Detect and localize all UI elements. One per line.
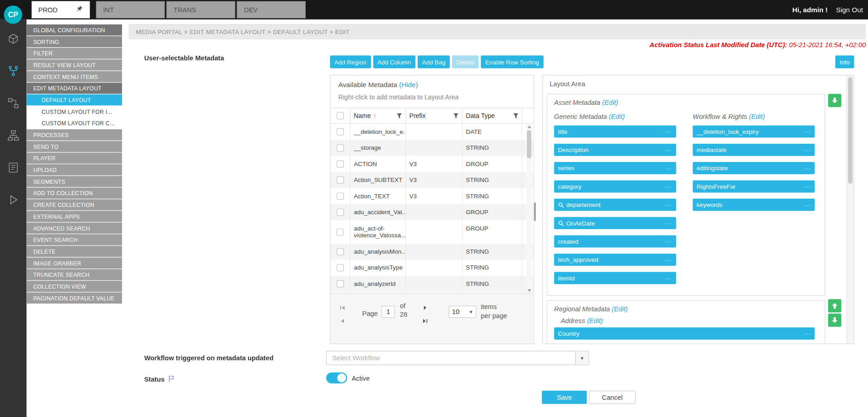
- chip-menu-handle[interactable]: ...: [804, 128, 811, 134]
- column-header-prefix[interactable]: Prefix: [406, 108, 463, 123]
- metadata-chip[interactable]: mediastate...: [693, 144, 815, 156]
- enable-row-sorting-button[interactable]: Enable Row Sorting: [481, 55, 543, 68]
- catalog-icon[interactable]: [6, 160, 20, 175]
- status-toggle[interactable]: [326, 373, 347, 383]
- table-row[interactable]: Action_SUBTEXT V3 STRING: [331, 172, 534, 188]
- metadata-chip[interactable]: __deletion_lock_expiry...: [693, 125, 815, 137]
- save-button[interactable]: Save: [542, 391, 587, 404]
- sidebar-item-create-collection[interactable]: CREATE COLLECTION: [27, 199, 122, 210]
- table-row[interactable]: adu_analysisMon... STRING: [331, 244, 534, 260]
- chip-menu-handle[interactable]: ...: [804, 202, 811, 208]
- metadata-chip[interactable]: departement...: [554, 199, 676, 211]
- chevron-down-icon[interactable]: ▼: [575, 351, 588, 364]
- metadata-chip[interactable]: tech_approved...: [554, 254, 676, 266]
- table-scrollbar[interactable]: [527, 124, 532, 293]
- sidebar-item-external-apps[interactable]: EXTERNAL APPS: [27, 211, 122, 222]
- sidebar-item-context-menu-items[interactable]: CONTEXT MENU ITEMS: [27, 71, 122, 82]
- row-checkbox[interactable]: [336, 144, 344, 152]
- metadata-chip[interactable]: Country...: [554, 328, 815, 340]
- sidebar-item-custom-layout-c[interactable]: CUSTOM LAYOUT FOR C...: [27, 118, 122, 128]
- sidebar-item-image-grabber[interactable]: IMAGE GRABBER: [27, 257, 122, 268]
- chip-menu-handle[interactable]: ...: [804, 147, 811, 152]
- hierarchy-icon[interactable]: [6, 128, 20, 143]
- metadata-chip[interactable]: title...: [554, 125, 676, 137]
- table-row[interactable]: ACTION V3 GROUP: [331, 156, 534, 172]
- sidebar-item-delete[interactable]: DELETE: [27, 246, 122, 257]
- previous-page-button[interactable]: [338, 317, 346, 324]
- sidebar-item-truncate-search[interactable]: TRUNCATE SEARCH: [27, 269, 122, 280]
- edit-link[interactable]: (Edit): [602, 99, 618, 107]
- table-row[interactable]: Action_TEXT V3 STRING: [331, 188, 534, 204]
- chip-menu-handle[interactable]: ...: [665, 220, 672, 226]
- table-row[interactable]: adu_act-of-violence_Valossa... GROUP: [331, 221, 534, 244]
- chip-menu-handle[interactable]: ...: [665, 147, 672, 152]
- tab-trans[interactable]: TRANS: [166, 1, 235, 18]
- add-region-button[interactable]: Add Region: [330, 55, 371, 68]
- sidebar-item-add-to-collection[interactable]: ADD TO COLLECTION: [27, 187, 122, 198]
- package-icon[interactable]: [6, 32, 20, 46]
- move-region-down-button[interactable]: [828, 314, 841, 327]
- sidebar-item-pagination-default-value[interactable]: PAGINATION DEFAULT VALUE: [27, 293, 122, 304]
- metadata-chip[interactable]: keywords...: [693, 199, 815, 211]
- workflow-icon[interactable]: [6, 96, 20, 111]
- first-page-button[interactable]: [338, 304, 346, 311]
- chip-menu-handle[interactable]: ...: [804, 165, 811, 171]
- chip-menu-handle[interactable]: ...: [804, 183, 811, 189]
- sidebar-item-upload[interactable]: UPLOAD: [27, 164, 122, 175]
- scroll-down-icon[interactable]: [527, 288, 532, 293]
- row-checkbox[interactable]: [336, 228, 344, 235]
- tab-prod[interactable]: PROD: [32, 1, 90, 18]
- page-size-select[interactable]: 10 ▼: [449, 306, 476, 318]
- scroll-up-icon[interactable]: [527, 124, 532, 129]
- row-checkbox[interactable]: [336, 160, 344, 167]
- delete-button[interactable]: Delete: [452, 55, 478, 68]
- edit-link[interactable]: (Edit): [749, 113, 765, 120]
- table-row[interactable]: __deletion_lock_e... DATE: [331, 124, 534, 140]
- last-page-button[interactable]: [421, 317, 429, 324]
- layout-scrollbar[interactable]: [846, 75, 853, 343]
- workflow-select[interactable]: Select Workflow ▼: [326, 351, 589, 365]
- metadata-chip[interactable]: series...: [554, 162, 676, 174]
- sidebar-item-result-view-layout[interactable]: RESULT VIEW LAYOUT: [27, 59, 122, 70]
- scrollbar-thumb[interactable]: [848, 77, 853, 184]
- chip-menu-handle[interactable]: ...: [804, 330, 811, 336]
- table-row[interactable]: __storage STRING: [331, 140, 534, 156]
- edit-link[interactable]: (Edit): [609, 113, 625, 120]
- add-bag-button[interactable]: Add Bag: [418, 55, 450, 68]
- metadata-chip[interactable]: category...: [554, 180, 676, 192]
- sidebar-item-player[interactable]: PLAYER: [27, 152, 122, 163]
- row-checkbox[interactable]: [336, 128, 344, 136]
- tab-dev[interactable]: DEV: [237, 1, 306, 18]
- metadata-chip[interactable]: created...: [554, 235, 676, 248]
- row-checkbox[interactable]: [336, 192, 344, 200]
- sidebar-item-send-to[interactable]: SEND TO: [27, 141, 122, 152]
- row-checkbox[interactable]: [336, 177, 344, 184]
- scrollbar-thumb[interactable]: [527, 130, 532, 158]
- panel-splitter-handle[interactable]: [534, 202, 536, 221]
- table-row[interactable]: adu_analyzerId STRING: [331, 276, 534, 292]
- chip-menu-handle[interactable]: ...: [665, 257, 672, 263]
- chip-menu-handle[interactable]: ...: [665, 202, 672, 208]
- row-checkbox[interactable]: [336, 209, 344, 216]
- sidebar-item-default-layout[interactable]: DEFAULT LAYOUT: [27, 94, 122, 105]
- move-region-up-button[interactable]: [828, 299, 841, 312]
- sidebar-item-filter[interactable]: FILTER: [27, 48, 122, 59]
- metadata-chip[interactable]: Description...: [554, 144, 676, 156]
- filter-icon[interactable]: [513, 113, 518, 118]
- column-header-name[interactable]: Name ↑: [351, 108, 406, 123]
- breadcrumb[interactable]: MEDIA PORTAL > EDIT METADATA LAYOUT > DE…: [129, 24, 866, 39]
- chip-menu-handle[interactable]: ...: [665, 183, 672, 189]
- metadata-chip[interactable]: RightsFreeFor...: [693, 180, 815, 192]
- metadata-chip[interactable]: OnAirDate...: [554, 217, 676, 229]
- sidebar-item-edit-metadata-layout[interactable]: EDIT METADATA LAYOUT: [27, 83, 122, 93]
- edit-link[interactable]: (Edit): [587, 317, 603, 324]
- row-checkbox[interactable]: [336, 264, 344, 271]
- filter-icon[interactable]: [396, 113, 402, 118]
- chip-menu-handle[interactable]: ...: [665, 128, 672, 134]
- table-row[interactable]: adu_accident_Val... GROUP: [331, 204, 534, 220]
- sidebar-item-global-configuration[interactable]: GLOBAL CONFIGURATION: [27, 25, 122, 35]
- hide-link[interactable]: (Hide): [399, 81, 418, 89]
- sidebar-item-segments[interactable]: SEGMENTS: [27, 176, 122, 187]
- page-number-input[interactable]: [381, 306, 395, 318]
- table-row[interactable]: adu_analysisType STRING: [331, 260, 534, 275]
